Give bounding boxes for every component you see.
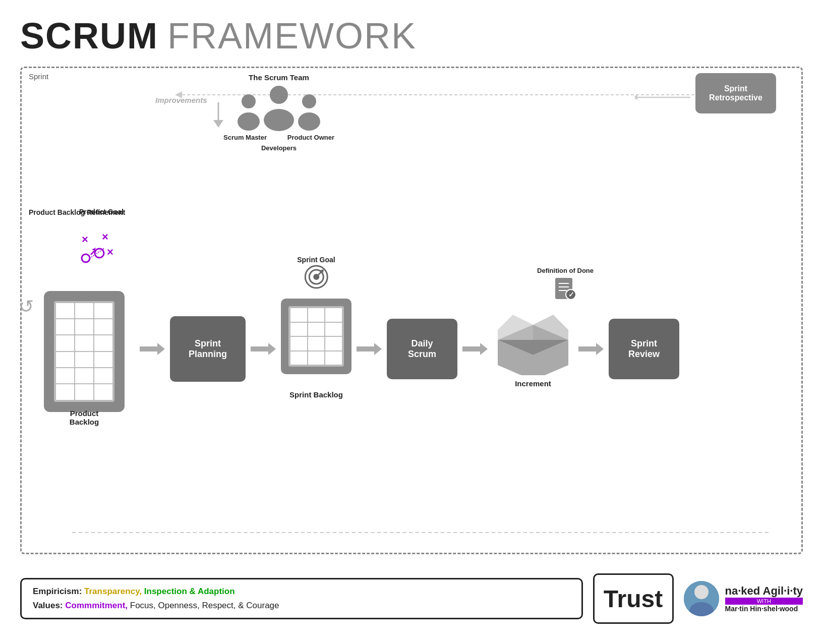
arrow-pb-to-sp: [140, 341, 165, 357]
product-goal-label: Product Goal: [79, 208, 124, 216]
product-backlog-label: Product Backlog: [70, 409, 99, 426]
dod-label: Definition of Done: [537, 267, 594, 274]
sprint-review-box: Sprint Review: [609, 319, 679, 379]
svg-point-5: [238, 112, 260, 131]
title-row: SCRUM FRAMEWORK: [20, 15, 803, 56]
trust-box: Trust: [593, 573, 674, 624]
trust-text: Trust: [604, 585, 663, 613]
transparency-text: Transparency,: [84, 587, 142, 596]
empiricism-box: Empiricism: Transparency, Inspection & A…: [20, 578, 583, 619]
svg-marker-35: [498, 315, 533, 340]
pb-cell: [56, 352, 74, 367]
arrow-inc-to-sr: [578, 341, 604, 357]
feedback-arrow-bottom: [72, 526, 771, 539]
title-scrum: SCRUM: [20, 15, 158, 56]
sb-cell: [308, 308, 325, 322]
retro-arrow: [635, 92, 695, 102]
svg-text:×: ×: [102, 230, 108, 243]
svg-marker-3: [635, 95, 637, 100]
role-labels: Scrum Master Product Owner: [223, 134, 334, 141]
open-box-svg: [493, 310, 573, 375]
pb-cell: [94, 335, 112, 350]
pb-cell: [94, 303, 112, 318]
svg-marker-26: [462, 343, 488, 355]
daily-scrum-box: Daily Scrum: [387, 319, 457, 379]
sprint-planning-box: Sprint Planning: [170, 316, 246, 382]
main-flow-row: Product Backlog Refinement Product Goal …: [34, 157, 789, 541]
pb-cell: [56, 335, 74, 350]
avatar: [684, 581, 719, 616]
developer-center-icon: [259, 84, 299, 132]
svg-text:✓: ✓: [568, 290, 574, 299]
pb-cell: [94, 319, 112, 334]
svg-point-44: [694, 585, 709, 599]
pb-cell: [75, 352, 93, 367]
sprint-retrospective-label: Sprint Retrospective: [709, 84, 762, 102]
dod-icon: ✓: [553, 275, 578, 301]
improvements-label: Improvements: [155, 96, 207, 104]
svg-marker-19: [251, 343, 276, 355]
sb-cell: [325, 337, 342, 350]
pb-cell: [56, 319, 74, 334]
sb-cell: [325, 323, 342, 336]
commitment-text: Commmitment,: [65, 601, 128, 610]
svg-point-8: [302, 94, 316, 108]
product-owner-icon: [294, 91, 324, 132]
brand-person-name: Mar·tin Hin·shel·wood: [725, 605, 803, 613]
daily-scrum-area: Daily Scrum: [387, 319, 457, 379]
footer: Empiricism: Transparency, Inspection & A…: [20, 568, 803, 629]
pb-cell: [75, 368, 93, 383]
improvement-down-arrow: [211, 102, 226, 128]
sb-cell: [325, 308, 342, 322]
sb-cell: [308, 337, 325, 350]
developers-label: Developers: [261, 144, 297, 152]
product-owner-label: Product Owner: [287, 134, 334, 141]
product-goal-markers: × × ×: [77, 230, 122, 273]
scrum-team-label: The Scrum Team: [249, 73, 309, 82]
svg-marker-42: [213, 120, 223, 128]
pb-board-grid: [54, 301, 114, 402]
svg-point-6: [270, 86, 288, 104]
sb-board-grid: [288, 306, 344, 367]
pb-cell: [56, 368, 74, 383]
team-icons: [233, 84, 324, 132]
sb-cell: [308, 323, 325, 336]
brand-box: na·ked Agil·i·ty WITH Mar·tin Hin·shel·w…: [684, 581, 803, 616]
values-rest: Focus, Openness, Respect, & Courage: [130, 601, 279, 610]
pb-cell: [94, 368, 112, 383]
product-backlog-board: Product Backlog: [44, 291, 125, 412]
increment-box-icon: [493, 310, 573, 377]
sprint-backlog-board: [281, 299, 351, 374]
sprint-backlog-area: Sprint Goal: [281, 299, 351, 399]
pb-cell: [56, 303, 74, 318]
arrow-ds-to-inc: [462, 341, 488, 357]
dod-area: Definition of Done ✓: [537, 267, 594, 301]
svg-point-4: [242, 94, 256, 108]
pb-cell: [94, 384, 112, 399]
pb-cell: [94, 352, 112, 367]
brand-name: na·ked Agil·i·ty: [725, 584, 803, 598]
inspection-text: Inspection & Adaption: [144, 587, 235, 596]
svg-point-9: [298, 112, 320, 131]
target-icon: [304, 265, 328, 289]
svg-text:×: ×: [107, 246, 113, 258]
sprint-container: Sprint Improvements Sprint Retrospective: [20, 67, 803, 554]
sprint-review-label: Sprint Review: [628, 338, 660, 360]
page: SCRUM FRAMEWORK Sprint Improvements Spri…: [0, 0, 823, 644]
svg-marker-25: [357, 343, 382, 355]
pb-cell: [75, 303, 93, 318]
sprint-planning-area: Sprint Planning: [170, 316, 246, 382]
sprint-planning-label: Sprint Planning: [189, 338, 227, 360]
svg-text:×: ×: [82, 233, 88, 246]
sb-cell: [308, 352, 325, 365]
svg-point-13: [82, 254, 90, 262]
sb-cell: [290, 308, 307, 322]
empiricism-line: Empiricism: Transparency, Inspection & A…: [33, 587, 570, 597]
title-framework: FRAMEWORK: [167, 15, 417, 56]
brand-text: na·ked Agil·i·ty WITH Mar·tin Hin·shel·w…: [725, 584, 803, 613]
empiricism-label: Empiricism:: [33, 587, 82, 596]
arrow-sb-to-ds: [357, 341, 382, 357]
sprint-review-area: Sprint Review: [609, 319, 679, 379]
sb-cell: [290, 337, 307, 350]
sprint-inner: Improvements Sprint Retrospective The Sc…: [34, 76, 789, 541]
